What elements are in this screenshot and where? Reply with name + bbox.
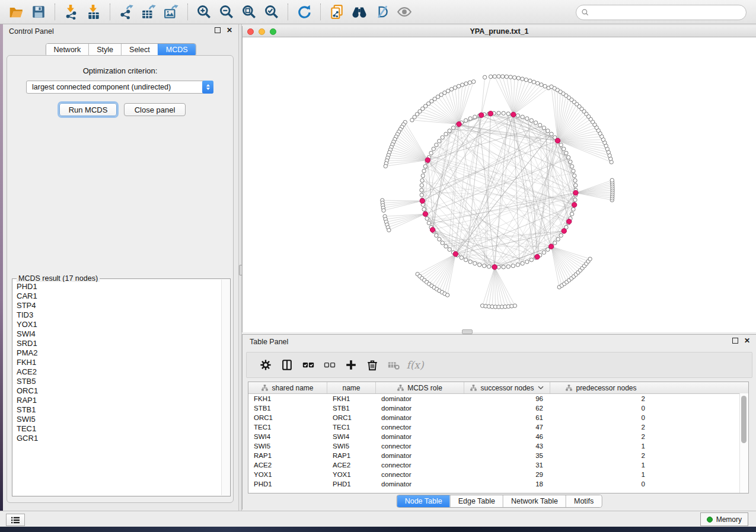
- table-row[interactable]: YOX1YOX1connector291: [248, 470, 748, 479]
- mcds-result-item[interactable]: STB5: [13, 377, 222, 386]
- table-row[interactable]: STB1STB1dominator620: [248, 403, 748, 413]
- function-button[interactable]: f(x): [404, 356, 426, 374]
- close-panel-button[interactable]: Close panel: [124, 103, 186, 116]
- export-table-button[interactable]: [138, 2, 160, 21]
- save-button[interactable]: [27, 2, 50, 21]
- deselect-all-button[interactable]: [319, 356, 340, 374]
- mcds-result-item[interactable]: ORC1: [13, 386, 222, 396]
- toolbar-separator: [187, 4, 188, 20]
- mcds-result-item[interactable]: PMA2: [13, 348, 222, 358]
- cell: dominator: [376, 403, 464, 413]
- cell: dominator: [376, 451, 464, 460]
- open-button[interactable]: [5, 2, 27, 21]
- mcds-result-item[interactable]: GCR1: [13, 434, 222, 443]
- horizontal-splitter-grip[interactable]: [462, 329, 473, 334]
- cell: connector: [376, 422, 464, 432]
- delete-button[interactable]: [362, 356, 383, 374]
- cell: 43: [464, 441, 550, 451]
- delete-table-button[interactable]: [383, 356, 404, 374]
- mcds-result-item[interactable]: PHD1: [13, 282, 222, 291]
- search-input[interactable]: [576, 5, 747, 20]
- column-header-name[interactable]: name: [327, 382, 376, 393]
- settings-button[interactable]: [255, 356, 276, 374]
- cell: 18: [464, 479, 550, 489]
- cell: 2: [550, 432, 652, 441]
- table-row[interactable]: ORC1ORC1dominator610: [248, 413, 748, 422]
- table-panel-tabs: Node TableEdge TableNetwork TableMotifs: [397, 495, 602, 508]
- show-columns-icon: [280, 358, 294, 371]
- column-header-successor-nodes[interactable]: successor nodes: [464, 382, 550, 393]
- zoom-out-button[interactable]: [215, 2, 238, 21]
- mcds-result-item[interactable]: TEC1: [13, 424, 222, 434]
- tab-style[interactable]: Style: [88, 44, 121, 56]
- mcds-result-item[interactable]: YOX1: [13, 320, 222, 329]
- tab-network-table[interactable]: Network Table: [503, 495, 566, 507]
- zoom-in-button[interactable]: [193, 2, 215, 21]
- import-table-button[interactable]: [82, 2, 105, 21]
- mcds-result-item[interactable]: STB1: [13, 405, 222, 415]
- tab-node-table[interactable]: Node Table: [397, 495, 450, 507]
- table-scrollbar[interactable]: [739, 393, 748, 493]
- mcds-result-item[interactable]: TID3: [13, 310, 222, 320]
- add-button[interactable]: [340, 356, 362, 374]
- network-graph-canvas[interactable]: [243, 37, 755, 332]
- mcds-result-item[interactable]: ACE2: [13, 367, 222, 377]
- clipboard-network-button[interactable]: [326, 2, 348, 21]
- import-table-icon: [86, 4, 101, 20]
- zoom-selected-button[interactable]: [260, 2, 283, 21]
- tab-network[interactable]: Network: [46, 44, 88, 56]
- select-stepper-icon: [202, 81, 213, 94]
- scrollbar-thumb[interactable]: [741, 396, 747, 443]
- cell: 47: [464, 422, 550, 432]
- cell: ORC1: [248, 413, 327, 422]
- export-network-button[interactable]: [115, 2, 138, 21]
- mcds-list-scrollbar[interactable]: [221, 280, 229, 495]
- eye-button[interactable]: [393, 2, 416, 21]
- table-row[interactable]: FKH1FKH1dominator962: [248, 394, 748, 403]
- select-all-button[interactable]: [298, 356, 319, 374]
- tab-select[interactable]: Select: [121, 44, 158, 56]
- table-row[interactable]: SWI5SWI5connector431: [248, 441, 748, 451]
- export-image-button[interactable]: [160, 2, 183, 21]
- float-window-icon[interactable]: [732, 338, 738, 344]
- float-window-icon[interactable]: [215, 27, 221, 33]
- column-header-shared-name[interactable]: shared name: [248, 382, 327, 393]
- run-mcds-button[interactable]: Run MCDS: [59, 103, 117, 116]
- show-columns-button[interactable]: [276, 356, 298, 374]
- column-label: successor nodes: [480, 384, 534, 392]
- namespace-tree-icon: [397, 384, 404, 391]
- network-window-titlebar[interactable]: YPA_prune.txt_1: [243, 26, 756, 37]
- table-row[interactable]: RAP1RAP1dominator352: [248, 451, 748, 460]
- import-network-button[interactable]: [60, 2, 82, 21]
- tab-mcds[interactable]: MCDS: [158, 44, 196, 56]
- memory-button[interactable]: Memory: [700, 512, 748, 526]
- table-row[interactable]: ACE2ACE2connector311: [248, 460, 748, 470]
- binoculars-button[interactable]: [348, 2, 371, 21]
- zoom-out-icon: [219, 4, 234, 20]
- table-panel: Table Panel ✕ f(x) shared namenameMCDS r…: [242, 334, 756, 509]
- zoom-fit-button[interactable]: [238, 2, 260, 21]
- tab-edge-table[interactable]: Edge Table: [450, 495, 503, 507]
- table-row[interactable]: PHD1PHD1dominator180: [248, 479, 748, 489]
- mcds-result-item[interactable]: SRD1: [13, 339, 222, 348]
- mcds-result-item[interactable]: FKH1: [13, 358, 222, 367]
- mcds-result-item[interactable]: SWI5: [13, 415, 222, 424]
- control-panel-title: Control Panel: [9, 27, 54, 36]
- mcds-result-item[interactable]: SWI4: [13, 329, 222, 339]
- close-panel-icon[interactable]: ✕: [227, 27, 232, 33]
- column-header-predecessor-nodes[interactable]: predecessor nodes: [550, 382, 652, 393]
- refresh-button[interactable]: [293, 2, 315, 21]
- tab-motifs[interactable]: Motifs: [566, 495, 601, 507]
- search-icon: [581, 8, 589, 17]
- cell: FKH1: [327, 394, 376, 403]
- mcds-result-item[interactable]: RAP1: [13, 396, 222, 405]
- mcds-result-item[interactable]: STP4: [13, 301, 222, 310]
- column-header-MCDS-role[interactable]: MCDS role: [376, 382, 464, 393]
- table-row[interactable]: TEC1TEC1connector472: [248, 422, 748, 432]
- hide-panels-button[interactable]: [371, 2, 393, 21]
- close-panel-icon[interactable]: ✕: [744, 338, 750, 344]
- mcds-result-item[interactable]: CAR1: [13, 291, 222, 301]
- optimization-criterion-select[interactable]: largest connected component (undirected): [26, 81, 213, 94]
- table-row[interactable]: SWI4SWI4dominator462: [248, 432, 748, 441]
- task-history-button[interactable]: [6, 514, 25, 526]
